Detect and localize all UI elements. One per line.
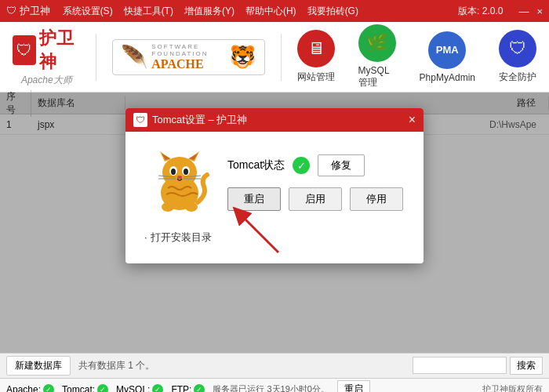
nav-mysql-label: MySQL管理 [358,65,396,89]
db-count-label: 共有数据库 1 个。 [78,359,155,372]
main-content: 序号 数据库名 路径 1 jspx D:\HwsApe 🛡 Tomcat设置 –… [0,93,549,353]
modal-action-buttons: 重启 启用 停用 [227,187,405,211]
apache-feather-icon: 🪶 [121,44,148,70]
svg-point-10 [177,176,182,179]
copyright-text: 护卫神版权所有 [482,383,543,392]
apache-status-dot: ✓ [43,384,54,393]
title-bar: 🛡 护卫神 系统设置(S) 快捷工具(T) 增值服务(Y) 帮助中心(H) 我要… [0,0,549,22]
modal-status-row: Tomcat状态 ✓ 修复 重启 启用 停用 [144,147,405,218]
nav-phpmyadmin[interactable]: PMA PhpMyAdmin [420,31,475,83]
title-bar-right: 版本: 2.0.0 — × [458,5,543,18]
tomcat-status: Tomcat: ✓ [62,384,108,393]
ftp-status-dot: ✓ [194,384,205,393]
mysql-status: MySQL: ✓ [116,384,163,393]
security-icon: 🛡 [499,30,536,67]
restart-button[interactable]: 重启 [227,187,281,211]
tomcat-status-dot: ✓ [97,384,108,393]
svg-point-8 [171,169,176,175]
nav-website[interactable]: 🖥 网站管理 [297,30,335,84]
status-bar: Apache: ✓ Tomcat: ✓ MySQL: ✓ FTP: ✓ 服务器已… [0,378,549,392]
ftp-status: FTP: ✓ [171,384,205,393]
nav-security-label: 安全防护 [499,71,536,84]
menu-feedback[interactable]: 我要拍砖(G) [307,5,358,18]
nav-pma-label: PhpMyAdmin [420,72,475,83]
tomcat-modal: 🛡 Tomcat设置 – 护卫神 × [125,108,424,263]
modal-close-button[interactable]: × [409,113,416,127]
mysql-icon: 🌿 [358,24,396,62]
modal-shield-icon: 🛡 [133,113,147,127]
enable-button[interactable]: 启用 [289,187,342,211]
apache-label: APACHE [151,57,226,71]
close-button[interactable]: × [536,5,543,17]
menu-help[interactable]: 帮助中心(H) [245,5,296,18]
modal-overlay: 🛡 Tomcat设置 – 护卫神 × [0,93,549,353]
server-status-text: 服务器已运行 3天19小时0分。 [213,383,329,392]
running-icon: ✓ [293,157,310,174]
menu-tools[interactable]: 快捷工具(T) [124,5,173,18]
header: 🛡 护卫神 Apache大师 🪶 SOFTWARE FOUNDATION APA… [0,22,549,93]
status-panel: Tomcat状态 ✓ 修复 重启 启用 停用 [227,154,405,211]
mysql-label: MySQL: [116,384,150,393]
menu-system[interactable]: 系统设置(S) [63,5,113,18]
modal-body: Tomcat状态 ✓ 修复 重启 启用 停用 打开安装目录 [125,132,424,263]
nav-mysql[interactable]: 🌿 MySQL管理 [358,24,396,89]
svg-point-16 [185,202,198,212]
bottom-bar: 新建数据库 共有数据库 1 个。 搜索 [0,353,549,378]
svg-point-15 [162,202,174,212]
ftp-label: FTP: [171,384,191,393]
app-logo-area: 🛡 护卫神 Apache大师 [13,27,80,87]
modal-title: Tomcat设置 – 护卫神 [152,113,247,127]
modal-title-bar: 🛡 Tomcat设置 – 护卫神 × [125,108,424,132]
fix-button[interactable]: 修复 [318,154,365,176]
nav-icons: 🖥 网站管理 🌿 MySQL管理 PMA PhpMyAdmin 🛡 安全防护 [297,24,536,89]
nav-website-label: 网站管理 [297,71,335,84]
tomcat-svg [144,147,215,218]
search-area: 搜索 [413,357,543,375]
logo-main-text: 护卫神 [39,27,80,74]
restart-server-button[interactable]: 重启 [337,380,370,392]
shield-icon: 🛡 [13,35,36,65]
tomcat-mascot [144,147,215,218]
apache-logo: 🪶 SOFTWARE FOUNDATION APACHE 🐯 [112,39,265,75]
open-dir-link[interactable]: 打开安装目录 [144,230,405,245]
nav-security[interactable]: 🛡 安全防护 [499,30,536,84]
new-db-button[interactable]: 新建数据库 [6,356,71,376]
menu-services[interactable]: 增值服务(Y) [184,5,235,18]
modal-title-left: 🛡 Tomcat设置 – 护卫神 [133,113,247,127]
apache-text: SOFTWARE FOUNDATION APACHE [151,43,226,71]
mysql-status-dot: ✓ [152,384,163,393]
apache-status: Apache: ✓ [6,384,54,393]
title-bar-left: 🛡 护卫神 系统设置(S) 快捷工具(T) 增值服务(Y) 帮助中心(H) 我要… [6,4,358,18]
tomcat-label: Tomcat: [62,384,95,393]
header-divider [96,34,96,81]
monitor-icon: 🖥 [297,30,335,67]
stop-button[interactable]: 停用 [350,187,403,211]
apache-tiger-icon: 🐯 [229,44,256,70]
header-divider-2 [281,34,282,81]
search-input[interactable] [413,357,507,374]
version-label: 版本: 2.0.0 [458,5,503,18]
logo-top: 🛡 护卫神 [13,27,80,74]
apache-label: Apache: [6,384,41,393]
logo-sub-text: Apache大师 [21,74,72,87]
tomcat-status-label: Tomcat状态 [227,158,285,172]
menu-bar: 系统设置(S) 快捷工具(T) 增值服务(Y) 帮助中心(H) 我要拍砖(G) [63,5,358,18]
svg-point-1 [162,157,197,188]
pma-icon: PMA [428,31,466,69]
search-button[interactable]: 搜索 [510,357,543,375]
minimize-button[interactable]: — [518,5,529,17]
svg-point-9 [184,169,188,175]
tomcat-status-line: Tomcat状态 ✓ 修复 [227,154,405,176]
app-logo: 🛡 护卫神 [6,4,50,18]
